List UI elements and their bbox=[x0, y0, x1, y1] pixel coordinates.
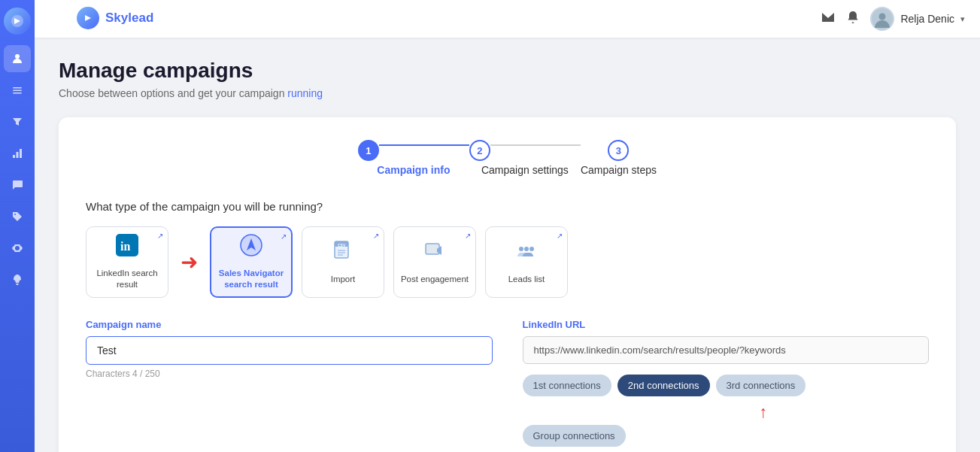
topbar-bell-icon[interactable] bbox=[846, 11, 860, 28]
sidebar-item-user[interactable] bbox=[4, 45, 31, 72]
step-2-circle: 2 bbox=[469, 140, 490, 161]
arrow-right-red: ➜ bbox=[181, 250, 198, 275]
connections-row: 1st connections 2nd connections 3rd conn… bbox=[523, 375, 930, 396]
linkedin-url-input[interactable] bbox=[523, 336, 930, 364]
brand-logo bbox=[77, 7, 99, 29]
type-card-sales-navigator-label: Sales Navigator search result bbox=[217, 268, 285, 290]
step-3-label: Campaign steps bbox=[581, 164, 657, 176]
sales-nav-icon bbox=[240, 234, 262, 262]
char-count: Characters 4 / 250 bbox=[86, 369, 493, 379]
ext-icon-sales-nav: ↗ bbox=[281, 232, 287, 241]
svg-text:CSV: CSV bbox=[338, 243, 346, 247]
topbar-user[interactable]: Relja Denic ▾ bbox=[870, 7, 965, 31]
brand-name: Skylead bbox=[105, 11, 153, 26]
campaign-name-label: Campaign name bbox=[86, 319, 493, 330]
brand-logo-icon bbox=[82, 12, 94, 24]
svg-rect-5 bbox=[13, 93, 22, 94]
funnel-icon bbox=[11, 116, 23, 128]
arrow-up-wrapper: ↑ bbox=[523, 402, 930, 420]
ext-icon-leads-list: ↗ bbox=[557, 232, 563, 240]
filters-icon bbox=[11, 84, 23, 96]
linkedin-url-label: LinkedIn URL bbox=[523, 319, 930, 330]
subtitle-link[interactable]: running bbox=[287, 87, 323, 99]
stepper-step-1[interactable]: 1 Campaign info bbox=[358, 140, 469, 176]
ext-icon-linkedin: ↗ bbox=[157, 232, 163, 240]
user-icon bbox=[11, 53, 23, 65]
campaign-card: 1 Campaign info 2 Campaign settings bbox=[59, 117, 956, 452]
step-1-label: Campaign info bbox=[377, 164, 450, 176]
type-card-leads-list[interactable]: ↗ Leads list bbox=[485, 226, 568, 298]
bottom-section: Campaign name Characters 4 / 250 LinkedI… bbox=[86, 319, 929, 447]
svg-rect-7 bbox=[17, 152, 19, 158]
campaign-type-question: What type of the campaign you will be ru… bbox=[86, 200, 929, 213]
type-card-post-engagement-label: Post engagement bbox=[401, 274, 469, 285]
messages-icon bbox=[11, 179, 23, 191]
rocket-icon bbox=[11, 274, 23, 286]
leads-list-icon bbox=[515, 240, 538, 268]
campaign-name-input[interactable] bbox=[86, 336, 493, 365]
step-2-line bbox=[490, 144, 581, 146]
stepper-step-3[interactable]: 3 Campaign steps bbox=[581, 140, 657, 176]
tags-icon bbox=[11, 211, 23, 223]
conn-btn-1st[interactable]: 1st connections bbox=[523, 375, 611, 396]
conn-btn-group[interactable]: Group connections bbox=[523, 425, 626, 447]
topbar-username: Relja Denic bbox=[900, 13, 954, 25]
svg-marker-9 bbox=[85, 15, 91, 21]
avatar-image bbox=[872, 8, 893, 29]
sidebar-item-tags[interactable] bbox=[4, 203, 31, 230]
sidebar-item-filters[interactable] bbox=[4, 77, 31, 104]
ext-icon-import: ↗ bbox=[373, 232, 379, 240]
sidebar-item-funnel[interactable] bbox=[4, 108, 31, 135]
svg-rect-3 bbox=[13, 87, 22, 89]
type-card-import[interactable]: ↗ CSV Import bbox=[302, 226, 384, 298]
topbar-mail-icon[interactable] bbox=[821, 10, 836, 29]
stepper-step-2[interactable]: 2 Campaign settings bbox=[469, 140, 581, 176]
conn-btn-3rd[interactable]: 3rd connections bbox=[716, 375, 806, 396]
svg-rect-6 bbox=[13, 155, 15, 158]
connections-row-2: Group connections bbox=[523, 425, 930, 447]
campaign-name-section: Campaign name Characters 4 / 250 bbox=[86, 319, 493, 447]
conn-btn-2nd[interactable]: 2nd connections bbox=[617, 375, 710, 396]
type-card-import-label: Import bbox=[331, 274, 356, 285]
campaign-types-row: ↗ in LinkedIn search result ➜ ↗ Sales Na… bbox=[86, 226, 929, 298]
skylead-logo-icon bbox=[10, 14, 25, 29]
sidebar-item-messages[interactable] bbox=[4, 171, 31, 199]
sidebar-item-settings[interactable] bbox=[4, 235, 31, 262]
avatar bbox=[870, 7, 894, 31]
sidebar-logo bbox=[4, 8, 31, 35]
page-title: Manage campaigns bbox=[59, 59, 956, 83]
main-content: Manage campaigns Choose between options … bbox=[35, 38, 980, 452]
step-1-circle: 1 bbox=[358, 140, 379, 161]
settings-icon bbox=[11, 242, 23, 254]
sidebar-item-analytics[interactable] bbox=[4, 140, 31, 167]
type-card-linkedin-search[interactable]: ↗ in LinkedIn search result bbox=[86, 226, 168, 298]
step-1-line bbox=[379, 144, 469, 146]
svg-rect-4 bbox=[13, 90, 22, 92]
ext-icon-post-engagement: ↗ bbox=[465, 232, 471, 240]
step-2-label: Campaign settings bbox=[481, 164, 569, 176]
connections-wrapper: 1st connections 2nd connections 3rd conn… bbox=[523, 375, 930, 447]
linkedin-icon: in bbox=[116, 234, 138, 262]
type-card-leads-list-label: Leads list bbox=[508, 274, 545, 285]
linkedin-url-section: LinkedIn URL 1st connections 2nd connect… bbox=[523, 319, 930, 447]
topbar-chevron-icon: ▾ bbox=[960, 14, 965, 24]
svg-point-24 bbox=[519, 247, 523, 251]
post-engagement-icon bbox=[423, 240, 446, 268]
svg-rect-8 bbox=[20, 149, 22, 158]
page-subtitle: Choose between options and get your camp… bbox=[59, 87, 956, 99]
import-icon: CSV bbox=[332, 240, 354, 268]
stepper: 1 Campaign info 2 Campaign settings bbox=[86, 140, 929, 176]
type-card-linkedin-search-label: LinkedIn search result bbox=[93, 268, 162, 290]
sidebar bbox=[0, 0, 35, 452]
analytics-icon bbox=[11, 147, 23, 159]
step-3-circle: 3 bbox=[608, 140, 629, 161]
svg-point-25 bbox=[524, 247, 529, 251]
svg-point-26 bbox=[529, 247, 534, 251]
svg-point-2 bbox=[15, 54, 20, 59]
type-card-post-engagement[interactable]: ↗ Post engagement bbox=[393, 226, 476, 298]
type-card-sales-navigator[interactable]: ↗ Sales Navigator search result bbox=[210, 226, 293, 298]
arrow-up-red-icon: ↑ bbox=[759, 404, 767, 420]
svg-point-11 bbox=[879, 14, 886, 20]
topbar-brand: Skylead bbox=[77, 7, 153, 29]
sidebar-item-rocket[interactable] bbox=[4, 266, 31, 293]
